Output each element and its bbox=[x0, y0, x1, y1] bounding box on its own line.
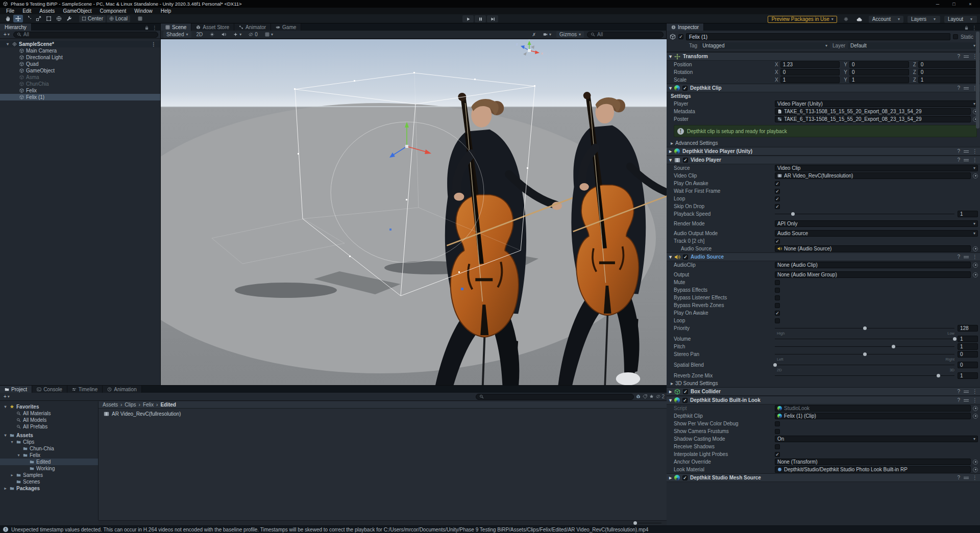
tag-dropdown[interactable]: Untagged ▾ bbox=[700, 42, 830, 49]
object-picker-icon[interactable] bbox=[973, 263, 978, 268]
settings-button[interactable] bbox=[841, 15, 851, 23]
lock-icon[interactable] bbox=[964, 26, 969, 30]
status-bar[interactable]: ! Unexpected timestamp values detected. … bbox=[0, 525, 980, 533]
presets-icon[interactable] bbox=[964, 86, 969, 90]
space-toggle-button[interactable]: Local bbox=[107, 15, 130, 22]
checkbox-show-camera-frustums[interactable] bbox=[775, 429, 780, 434]
hierarchy-search-input[interactable]: All bbox=[13, 32, 158, 38]
help-icon[interactable]: ? bbox=[957, 85, 960, 91]
grid-visibility-dropdown[interactable]: ▾ bbox=[263, 31, 275, 38]
slider-thumb[interactable] bbox=[892, 345, 895, 348]
effects-dropdown[interactable]: ▾ bbox=[231, 31, 243, 38]
fold-arrow-icon[interactable]: ▾ bbox=[669, 157, 672, 163]
rotate-tool-button[interactable] bbox=[23, 15, 33, 22]
menu-file[interactable]: File bbox=[2, 8, 18, 14]
kebab-menu-icon[interactable]: ⋮ bbox=[972, 148, 977, 154]
scene-search-input[interactable]: All bbox=[587, 32, 664, 38]
slider-value-field[interactable]: 128 bbox=[958, 325, 978, 332]
tab-game[interactable]: Game bbox=[271, 23, 301, 31]
checkbox-wait-for-first-frame[interactable]: ✓ bbox=[775, 189, 780, 194]
slider-thumb[interactable] bbox=[937, 374, 940, 377]
hidden-packages-toggle[interactable]: 2 bbox=[656, 394, 665, 399]
fold-arrow-icon[interactable]: ▾ bbox=[3, 404, 8, 409]
layer-dropdown[interactable]: Default ▾ bbox=[848, 42, 978, 49]
fold-arrow-icon[interactable]: ▸ bbox=[669, 389, 672, 394]
kebab-menu-icon[interactable]: ⋮ bbox=[972, 254, 977, 260]
fold-arrow-icon[interactable]: ▾ bbox=[16, 453, 21, 458]
object-field-audioclip[interactable]: None (Audio Clip) bbox=[775, 262, 971, 268]
dropdown-player[interactable]: Video Player (Unity)▾ bbox=[775, 100, 978, 107]
presets-icon[interactable] bbox=[964, 390, 969, 394]
project-folder-all-materials[interactable]: All Materials bbox=[0, 410, 98, 417]
component-header-depthkit-studio-built-in-look[interactable]: ▾✓Depthkit Studio Built-in Look?⋮ bbox=[667, 396, 980, 404]
enable-checkbox[interactable]: ✓ bbox=[683, 389, 688, 394]
help-icon[interactable]: ? bbox=[957, 54, 960, 59]
vector-z-field[interactable]: 1 bbox=[918, 77, 978, 83]
vector-z-field[interactable]: 0 bbox=[918, 69, 978, 75]
object-field-metadata[interactable]: TAKE_6_T13-1508_15_15_55_20_Export_08_23… bbox=[775, 108, 971, 115]
project-folder-clips[interactable]: ▾Clips bbox=[0, 439, 98, 445]
project-folder-scenes[interactable]: Scenes bbox=[0, 478, 98, 485]
fold-arrow-icon[interactable]: ▾ bbox=[669, 85, 672, 91]
object-field-audio-source[interactable]: None (Audio Source) bbox=[775, 245, 971, 252]
label-filter-icon[interactable] bbox=[643, 394, 647, 399]
icon-size-slider[interactable] bbox=[633, 523, 662, 523]
kebab-menu-icon[interactable]: ⋮ bbox=[972, 157, 977, 163]
slider-value-field[interactable]: 1 bbox=[958, 211, 978, 217]
tab-console[interactable]: Console bbox=[32, 386, 67, 393]
hierarchy-item-asma[interactable]: Asma bbox=[0, 74, 160, 81]
tab-project[interactable]: Project bbox=[0, 386, 32, 393]
project-folder-favorites[interactable]: ▾Favorites bbox=[0, 403, 98, 410]
checkbox-skip-on-drop[interactable]: ✓ bbox=[775, 204, 780, 209]
tool-settings-button[interactable]: ✗ bbox=[530, 31, 538, 38]
slider-spatial-blend[interactable]: 0 bbox=[775, 362, 978, 368]
tab-timeline[interactable]: Timeline bbox=[67, 386, 103, 393]
hierarchy-item-gameobject[interactable]: GameObject bbox=[0, 67, 160, 74]
object-picker-icon[interactable] bbox=[973, 414, 978, 419]
handle-dot-blue[interactable] bbox=[389, 229, 391, 231]
cloud-button[interactable] bbox=[855, 15, 865, 23]
checkbox-show-per-view-color-debug[interactable] bbox=[775, 421, 780, 426]
account-dropdown[interactable]: Account ▾ bbox=[869, 16, 903, 23]
vector-z-field[interactable]: 0 bbox=[918, 61, 978, 68]
fold-arrow-icon[interactable]: ▾ bbox=[5, 42, 10, 46]
gizmos-dropdown[interactable]: Gizmos ▾ bbox=[556, 31, 584, 38]
breadcrumb-item[interactable]: Clips bbox=[125, 402, 136, 408]
enable-checkbox[interactable]: ✓ bbox=[682, 475, 688, 480]
pivot-toggle-button[interactable]: Center bbox=[79, 15, 106, 22]
handle-dot-blue[interactable] bbox=[461, 288, 463, 290]
fold-arrow-icon[interactable]: ▸ bbox=[669, 148, 672, 154]
hierarchy-item-felix-1-[interactable]: Felix (1) bbox=[0, 94, 160, 100]
enable-checkbox[interactable]: ✓ bbox=[683, 255, 688, 260]
help-icon[interactable]: ? bbox=[957, 389, 960, 394]
object-field-output[interactable]: None (Audio Mixer Group) bbox=[775, 271, 971, 278]
move-tool-button[interactable] bbox=[13, 15, 23, 22]
enable-checkbox[interactable]: ✓ bbox=[682, 398, 688, 403]
rect-tool-button[interactable] bbox=[44, 15, 54, 22]
component-header-box-collider[interactable]: ▸✓Box Collider?⋮ bbox=[667, 387, 980, 396]
slider-value-field[interactable]: 0 bbox=[958, 362, 978, 368]
inspector-scrollbar[interactable] bbox=[976, 32, 979, 129]
menu-window[interactable]: Window bbox=[130, 8, 157, 14]
component-header-audio-source[interactable]: ▾✓Audio Source?⋮ bbox=[667, 252, 980, 261]
grid-snap-button[interactable] bbox=[135, 15, 145, 22]
slider-playback-speed[interactable]: 1 bbox=[775, 211, 978, 217]
slider-stereo-pan[interactable]: 0 bbox=[775, 351, 978, 358]
dropdown-render-mode[interactable]: API Only▾ bbox=[775, 220, 978, 227]
scene-viewport[interactable]: y x z bbox=[161, 39, 667, 385]
presets-icon[interactable] bbox=[964, 398, 969, 402]
transform-tool-button[interactable] bbox=[54, 15, 64, 22]
project-folder-working[interactable]: Working bbox=[0, 465, 98, 472]
object-field-poster[interactable]: TAKE_6_T13-1508_15_15_55_20_Export_08_23… bbox=[775, 116, 971, 122]
breadcrumb-item[interactable]: Edited bbox=[160, 402, 176, 408]
checkbox-bypass-listener-effects[interactable] bbox=[775, 295, 780, 300]
presets-icon[interactable] bbox=[964, 476, 969, 480]
object-picker-icon[interactable] bbox=[973, 460, 978, 465]
slider-value-field[interactable]: 1 bbox=[958, 336, 978, 342]
hierarchy-item-quad[interactable]: Quad bbox=[0, 61, 160, 67]
dropdown-audio-output-mode[interactable]: Audio Source▾ bbox=[775, 230, 978, 237]
close-button[interactable]: × bbox=[964, 2, 977, 7]
audio-toggle[interactable] bbox=[219, 31, 228, 38]
lighting-toggle[interactable] bbox=[208, 31, 216, 38]
layout-dropdown[interactable]: Layout ▾ bbox=[944, 16, 977, 23]
